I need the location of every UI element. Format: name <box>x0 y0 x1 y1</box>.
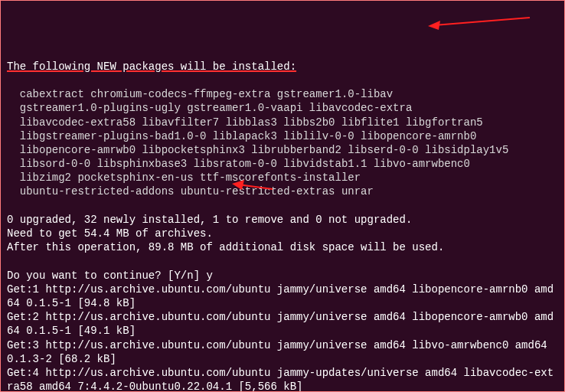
apt-continue-prompt: Do you want to continue? [Y/n] <box>7 270 206 282</box>
apt-summary: 0 upgraded, 32 newly installed, 1 to rem… <box>7 214 444 253</box>
apt-new-packages-header: The following NEW packages will be insta… <box>7 60 296 73</box>
svg-line-0 <box>434 18 530 25</box>
apt-continue-input[interactable]: y <box>206 270 212 282</box>
svg-marker-1 <box>428 21 440 30</box>
apt-download-log: Get:1 http://us.archive.ubuntu.com/ubunt… <box>7 283 560 392</box>
apt-package-list: cabextract chromium-codecs-ffmpeg-extra … <box>7 88 508 198</box>
annotation-arrow-icon <box>426 15 534 31</box>
